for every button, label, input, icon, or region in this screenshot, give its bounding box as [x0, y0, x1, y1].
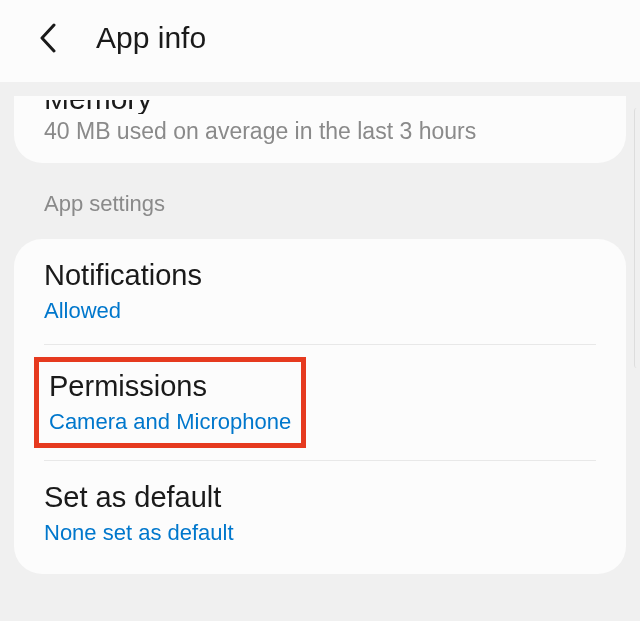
chevron-left-icon: [39, 23, 57, 53]
permissions-highlight: Permissions Camera and Microphone: [34, 357, 306, 448]
scrollbar[interactable]: [634, 108, 640, 368]
permissions-subtext: Camera and Microphone: [49, 409, 291, 435]
section-header-app-settings: App settings: [0, 171, 640, 231]
permissions-row[interactable]: Permissions Camera and Microphone: [14, 345, 626, 460]
set-default-title: Set as default: [44, 481, 596, 514]
permissions-title: Permissions: [49, 370, 291, 403]
memory-title-clipped: Memory: [44, 100, 596, 114]
memory-row[interactable]: Memory 40 MB used on average in the last…: [14, 96, 626, 163]
app-bar: App info: [0, 0, 640, 82]
set-default-row[interactable]: Set as default None set as default: [14, 461, 626, 566]
back-button[interactable]: [28, 18, 68, 58]
set-default-subtext: None set as default: [44, 520, 596, 546]
notifications-row[interactable]: Notifications Allowed: [14, 239, 626, 344]
memory-subtext: 40 MB used on average in the last 3 hour…: [44, 118, 596, 145]
notifications-subtext: Allowed: [44, 298, 596, 324]
notifications-title: Notifications: [44, 259, 596, 292]
page-title: App info: [96, 21, 206, 55]
app-settings-card: Notifications Allowed Permissions Camera…: [14, 239, 626, 574]
